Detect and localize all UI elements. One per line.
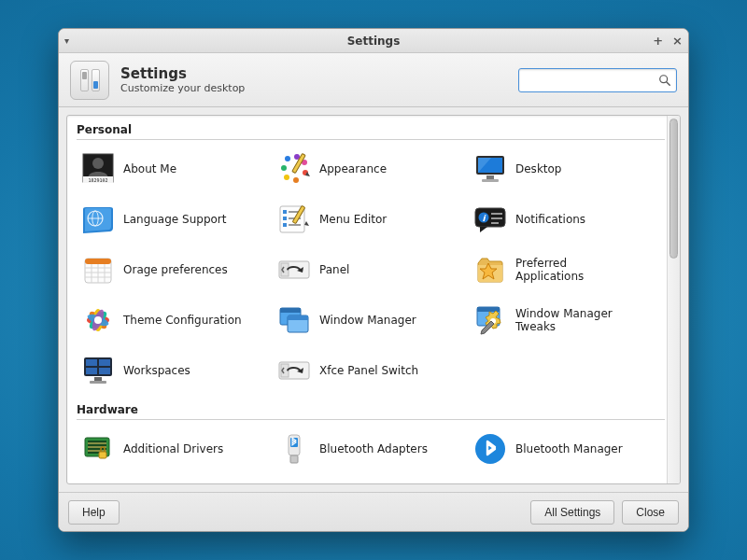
- item-panel[interactable]: Panel: [273, 245, 469, 295]
- item-window-manager-tweaks[interactable]: Window Manager Tweaks: [469, 295, 665, 345]
- item-workspaces[interactable]: Workspaces: [77, 345, 273, 396]
- drivers-icon: [80, 431, 116, 467]
- maximize-icon[interactable]: +: [653, 34, 663, 48]
- search-box: [518, 68, 677, 92]
- scrollbar[interactable]: [667, 116, 680, 483]
- svg-rect-71: [90, 381, 106, 384]
- panel-icon: [276, 252, 312, 287]
- help-button[interactable]: Help: [68, 500, 120, 525]
- item-bluetooth-adapters[interactable]: Bluetooth Adapters: [273, 424, 469, 474]
- section-header-hardware: Hardware: [77, 401, 665, 420]
- settings-window: ▾ Settings + × Settings Customize your d…: [58, 28, 689, 532]
- svg-point-9: [281, 165, 287, 171]
- close-button[interactable]: Close: [622, 500, 679, 525]
- menu-editor-icon: [276, 202, 312, 237]
- svg-rect-40: [85, 259, 111, 264]
- window-menu-icon[interactable]: ▾: [64, 35, 69, 46]
- item-label: Bluetooth Manager: [515, 442, 623, 455]
- item-label: Window Manager Tweaks: [515, 307, 637, 334]
- item-language-support[interactable]: Language Support: [77, 194, 273, 245]
- bt-manager-icon: [472, 431, 508, 467]
- item-orage-preferences[interactable]: Orage preferences: [77, 245, 273, 295]
- about-me-icon: 1829102: [80, 151, 116, 187]
- theme-icon: [80, 302, 116, 338]
- item-label: Menu Editor: [319, 213, 387, 226]
- item-notifications[interactable]: i Notifications: [469, 194, 665, 245]
- notifications-icon: i: [472, 202, 508, 237]
- svg-point-56: [94, 316, 102, 324]
- titlebar[interactable]: ▾ Settings + ×: [59, 29, 688, 53]
- svg-rect-79: [99, 452, 106, 458]
- svg-rect-67: [99, 359, 110, 366]
- preferred-apps-icon: [472, 252, 508, 287]
- footer: Help All Settings Close: [59, 492, 688, 531]
- item-label: Additional Drivers: [123, 442, 223, 455]
- item-additional-drivers[interactable]: Additional Drivers: [77, 424, 273, 474]
- window-manager-icon: [276, 302, 312, 338]
- panel-switch-icon: [276, 353, 312, 388]
- svg-rect-68: [86, 368, 97, 374]
- svg-rect-66: [86, 359, 97, 366]
- svg-point-3: [92, 158, 104, 169]
- item-appearance[interactable]: Appearance: [273, 144, 469, 194]
- language-icon: [80, 202, 116, 237]
- svg-rect-70: [94, 377, 102, 381]
- window-title: Settings: [59, 35, 688, 48]
- svg-rect-37: [491, 217, 502, 219]
- calendar-icon: [80, 252, 116, 287]
- grid-personal: 1829102 About Me Appearance: [77, 144, 665, 396]
- item-label: Panel: [319, 263, 349, 276]
- svg-line-1: [667, 81, 669, 84]
- svg-point-83: [475, 434, 505, 464]
- item-preferred-applications[interactable]: Preferred Applications: [469, 245, 665, 295]
- search-icon: [658, 74, 671, 87]
- item-xfce-panel-switch[interactable]: Xfce Panel Switch: [273, 345, 469, 396]
- item-bluetooth-manager[interactable]: Bluetooth Manager: [469, 424, 665, 474]
- appearance-icon: [276, 151, 312, 187]
- svg-point-11: [284, 175, 289, 180]
- desktop-icon: [472, 151, 508, 187]
- item-label: Preferred Applications: [515, 257, 637, 284]
- item-label: Workspaces: [123, 364, 190, 377]
- svg-rect-38: [491, 222, 499, 224]
- item-label: About Me: [123, 162, 176, 175]
- item-label: Xfce Panel Switch: [319, 364, 418, 377]
- item-label: Language Support: [123, 213, 226, 226]
- svg-rect-29: [289, 224, 301, 226]
- item-menu-editor[interactable]: Menu Editor: [273, 194, 469, 245]
- scroll-thumb[interactable]: [669, 119, 678, 259]
- header: Settings Customize your desktop: [59, 53, 688, 107]
- item-about-me[interactable]: 1829102 About Me: [77, 144, 273, 194]
- svg-rect-18: [486, 175, 494, 179]
- item-label: Notifications: [515, 213, 585, 226]
- page-title: Settings: [120, 65, 507, 82]
- svg-rect-24: [283, 210, 287, 214]
- svg-marker-33: [480, 227, 487, 232]
- item-theme-configuration[interactable]: Theme Configuration: [77, 295, 273, 345]
- section-header-personal: Personal: [77, 121, 665, 140]
- wm-tweaks-icon: [472, 302, 508, 338]
- content-area: Personal 1829102 About Me Appearance: [66, 115, 681, 484]
- svg-rect-26: [283, 217, 287, 220]
- svg-rect-60: [288, 315, 308, 320]
- svg-rect-82: [290, 455, 298, 463]
- item-window-manager[interactable]: Window Manager: [273, 295, 469, 345]
- search-input[interactable]: [518, 68, 677, 92]
- svg-point-6: [285, 156, 290, 161]
- svg-rect-69: [99, 368, 110, 374]
- svg-rect-36: [491, 213, 502, 215]
- svg-rect-28: [283, 223, 287, 227]
- settings-icon: [70, 61, 109, 100]
- item-label: Appearance: [319, 162, 387, 175]
- close-icon[interactable]: ×: [672, 34, 683, 48]
- svg-marker-31: [304, 221, 309, 226]
- svg-rect-19: [482, 179, 499, 182]
- page-subtitle: Customize your desktop: [120, 82, 507, 94]
- item-label: Theme Configuration: [123, 314, 242, 327]
- svg-rect-58: [280, 308, 301, 313]
- svg-point-12: [293, 177, 299, 183]
- item-desktop[interactable]: Desktop: [469, 144, 665, 194]
- item-label: Orage preferences: [123, 263, 228, 276]
- bt-adapters-icon: [276, 431, 312, 467]
- all-settings-button[interactable]: All Settings: [530, 500, 614, 525]
